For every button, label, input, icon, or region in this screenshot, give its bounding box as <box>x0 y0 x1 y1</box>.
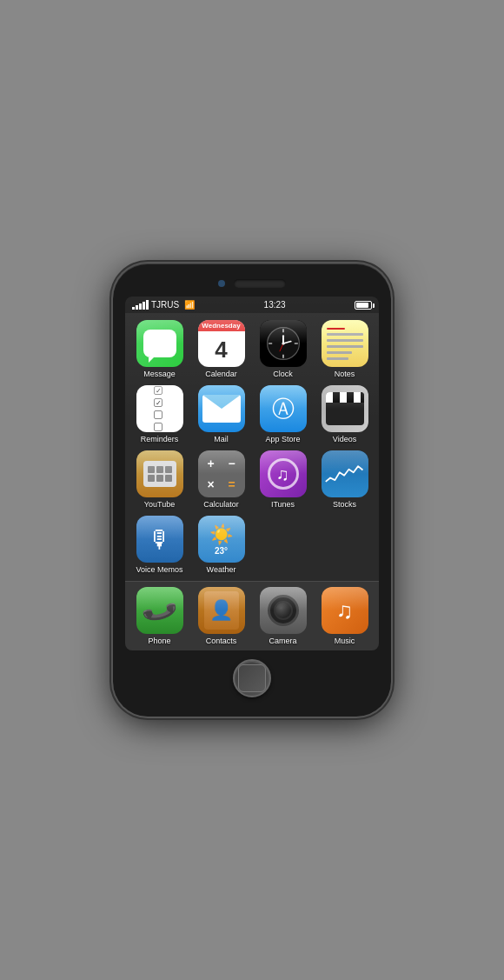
notes-label: Notes <box>335 370 355 378</box>
remind-check-4 <box>154 423 162 431</box>
signal-bar-4 <box>143 302 145 310</box>
itunes-icon: ♫ <box>260 450 307 497</box>
stocks-icon <box>322 450 368 497</box>
videos-icon <box>322 385 368 432</box>
app-calculator[interactable]: + − × = Calculator <box>194 450 249 509</box>
dock-camera-label: Camera <box>269 637 296 645</box>
app-mail[interactable]: Mail <box>194 385 249 443</box>
microphone-symbol: 🎙 <box>148 525 172 554</box>
carrier-name: TJRUS <box>151 300 179 310</box>
videos-label: Videos <box>333 435 356 443</box>
calendar-weekday: Wednesday <box>198 320 245 331</box>
phone-top <box>125 279 379 288</box>
home-button[interactable] <box>233 659 271 697</box>
dock-contacts-label: Contacts <box>206 637 237 645</box>
yt-dot-2 <box>156 466 163 473</box>
yt-screen <box>143 461 176 487</box>
notes-icon <box>322 320 368 367</box>
remind-item-3 <box>154 410 165 419</box>
battery-indicator <box>355 301 372 310</box>
phone-icon: 📞 <box>136 587 183 634</box>
notes-lines <box>322 323 368 365</box>
app-calendar[interactable]: Wednesday 4 Calendar <box>194 320 249 378</box>
yt-dot-5 <box>156 475 163 482</box>
calculator-label: Calculator <box>203 500 239 509</box>
app-appstore[interactable]: Ⓐ App Store <box>255 385 310 443</box>
app-reminders[interactable]: Reminders <box>132 385 187 443</box>
phone-screen: TJRUS 📶 13:23 Message Wednesday 4 <box>125 297 379 650</box>
dock-contacts[interactable]: 👤 Contacts <box>194 587 249 645</box>
status-time: 13:23 <box>264 300 286 310</box>
app-youtube[interactable]: YouTube <box>132 450 187 509</box>
yt-dot-1 <box>148 466 155 473</box>
app-clock[interactable]: Clock <box>255 320 310 378</box>
app-message[interactable]: Message <box>132 320 187 378</box>
signal-bar-2 <box>136 305 138 310</box>
clock-label: Clock <box>273 370 293 378</box>
stocks-chart-svg <box>324 457 366 490</box>
reminders-label: Reminders <box>141 435 179 443</box>
app-voicememos[interactable]: 🎙 Voice Memos <box>132 516 187 574</box>
contacts-icon: 👤 <box>198 587 245 634</box>
remind-check-3 <box>154 410 162 419</box>
calc-times: × <box>207 477 214 491</box>
voicememos-label: Voice Memos <box>136 565 182 574</box>
calc-plus: + <box>207 457 214 470</box>
mail-icon <box>198 385 245 432</box>
status-left: TJRUS 📶 <box>132 300 195 310</box>
clock-icon <box>260 320 307 367</box>
home-button-area <box>125 659 379 697</box>
yt-dot-4 <box>148 475 155 482</box>
appstore-icon: Ⓐ <box>260 385 307 432</box>
remind-check-2 <box>154 398 162 407</box>
camera-lens-inner <box>274 601 293 620</box>
sun-icon: ☀️ <box>209 523 233 546</box>
phone-handset-symbol: 📞 <box>139 590 180 630</box>
message-icon <box>136 320 183 367</box>
music-note-symbol: ♫ <box>336 597 354 624</box>
front-camera <box>218 280 225 287</box>
svg-point-8 <box>282 342 284 344</box>
clapperboard <box>326 392 364 425</box>
signal-bar-5 <box>146 300 149 310</box>
signal-strength <box>132 300 149 310</box>
status-bar: TJRUS 📶 13:23 <box>125 297 379 313</box>
calc-buttons: + − × = <box>198 450 245 497</box>
dock-music-label: Music <box>335 637 355 645</box>
temperature: 23° <box>215 546 228 556</box>
yt-grid <box>148 466 172 482</box>
calc-equals: = <box>228 477 235 491</box>
calculator-icon: + − × = <box>198 450 245 497</box>
appstore-label: App Store <box>265 435 300 443</box>
youtube-label: YouTube <box>144 500 175 509</box>
signal-bar-1 <box>132 307 135 310</box>
iphone-device: TJRUS 📶 13:23 Message Wednesday 4 <box>113 263 391 717</box>
weather-icon: ☀️ 23° <box>198 516 245 563</box>
reminders-icon <box>136 385 183 432</box>
calendar-icon: Wednesday 4 <box>198 320 245 367</box>
signal-bar-3 <box>139 303 142 310</box>
voicememos-icon: 🎙 <box>136 516 183 563</box>
app-notes[interactable]: Notes <box>317 320 372 378</box>
app-weather[interactable]: ☀️ 23° Weather <box>194 516 249 574</box>
calc-minus: − <box>228 457 235 470</box>
dock-music[interactable]: ♫ Music <box>317 587 372 645</box>
message-bubble <box>143 330 176 357</box>
camera-lens-outer <box>268 595 299 626</box>
person-symbol: 👤 <box>209 599 233 622</box>
dock-camera[interactable]: Camera <box>255 587 310 645</box>
dock-phone-label: Phone <box>148 637 170 645</box>
dock-phone[interactable]: 📞 Phone <box>132 587 187 645</box>
calendar-day: 4 <box>215 338 227 361</box>
remind-item-4 <box>154 423 165 431</box>
apps-grid: Message Wednesday 4 Calendar <box>125 313 379 581</box>
app-videos[interactable]: Videos <box>317 385 372 443</box>
app-itunes[interactable]: ♫ ITunes <box>255 450 310 509</box>
music-icon: ♫ <box>322 587 368 634</box>
app-stocks[interactable]: Stocks <box>317 450 372 509</box>
yt-dot-3 <box>165 466 172 473</box>
clap-top <box>326 392 364 403</box>
message-label: Message <box>143 370 176 378</box>
remind-list <box>149 385 170 432</box>
appstore-symbol: Ⓐ <box>272 394 295 424</box>
